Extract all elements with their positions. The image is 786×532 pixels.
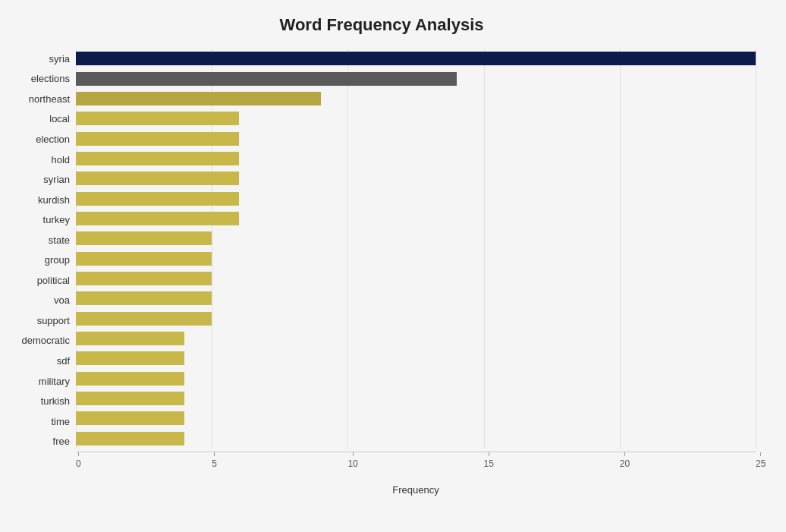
bar-row-northeast bbox=[76, 90, 756, 107]
bar-row-time bbox=[76, 410, 756, 427]
grid-line-5 bbox=[212, 49, 212, 449]
bar-row-elections bbox=[76, 71, 756, 87]
bar-row-kurdish bbox=[76, 190, 756, 207]
y-label-turkey: turkey bbox=[43, 210, 70, 230]
bar-syria bbox=[76, 52, 756, 65]
bar-free bbox=[76, 432, 184, 445]
y-label-democratic: democratic bbox=[21, 331, 70, 351]
y-label-turkish: turkish bbox=[41, 392, 70, 411]
y-label-local: local bbox=[49, 109, 70, 129]
x-tick-line-25 bbox=[760, 452, 761, 456]
x-tick-line-20 bbox=[624, 452, 625, 456]
y-label-support: support bbox=[37, 310, 70, 330]
x-tick-line-5 bbox=[214, 452, 215, 456]
x-tick-15: 15 bbox=[484, 452, 494, 469]
bar-group bbox=[76, 252, 212, 266]
y-label-syria: syria bbox=[49, 49, 70, 68]
x-tick-20: 20 bbox=[620, 452, 630, 469]
bar-row-turkey bbox=[76, 210, 756, 227]
y-label-kurdish: kurdish bbox=[38, 190, 70, 209]
bar-elections bbox=[76, 72, 457, 86]
x-axis-title: Frequency bbox=[76, 484, 756, 496]
bar-political bbox=[76, 272, 212, 285]
grid-line-15 bbox=[484, 49, 485, 449]
bar-democratic bbox=[76, 332, 184, 345]
x-tick-label-5: 5 bbox=[212, 458, 217, 469]
y-label-hold: hold bbox=[51, 150, 70, 169]
x-tick-label-15: 15 bbox=[484, 458, 494, 469]
bar-row-military bbox=[76, 370, 756, 387]
y-label-syrian: syrian bbox=[43, 170, 70, 190]
bars-wrapper bbox=[76, 49, 756, 449]
bar-turkey bbox=[76, 212, 239, 225]
bar-row-state bbox=[76, 230, 756, 247]
bar-hold bbox=[76, 152, 239, 165]
bar-row-free bbox=[76, 430, 756, 447]
chart-area: syriaelectionsnortheastlocalelectionhold… bbox=[8, 49, 756, 474]
bar-row-group bbox=[76, 250, 756, 267]
bar-row-election bbox=[76, 131, 756, 147]
bar-northeast bbox=[76, 92, 321, 105]
y-label-free: free bbox=[53, 432, 70, 452]
y-label-group: group bbox=[45, 250, 70, 270]
x-tick-label-20: 20 bbox=[620, 458, 630, 469]
y-labels: syriaelectionsnortheastlocalelectionhold… bbox=[8, 49, 76, 474]
bar-row-local bbox=[76, 110, 756, 127]
y-label-voa: voa bbox=[54, 291, 70, 310]
bar-voa bbox=[76, 291, 212, 305]
x-tick-line-15 bbox=[489, 452, 489, 456]
y-label-military: military bbox=[39, 371, 70, 391]
grid-line-10 bbox=[347, 49, 348, 449]
bar-row-hold bbox=[76, 150, 756, 167]
x-tick-5: 5 bbox=[212, 452, 217, 469]
x-tick-25: 25 bbox=[756, 452, 766, 469]
bar-row-sdf bbox=[76, 350, 756, 367]
chart-container: Word Frequency Analysis syriaelectionsno… bbox=[0, 0, 786, 532]
x-axis: Frequency 0510152025 bbox=[76, 452, 756, 474]
bar-time bbox=[76, 411, 184, 425]
x-tick-label-0: 0 bbox=[76, 458, 81, 469]
bar-row-political bbox=[76, 270, 756, 287]
y-label-time: time bbox=[51, 411, 70, 431]
x-tick-10: 10 bbox=[347, 452, 357, 469]
bar-election bbox=[76, 132, 239, 146]
bar-state bbox=[76, 231, 212, 245]
y-label-northeast: northeast bbox=[29, 89, 70, 109]
bar-row-democratic bbox=[76, 330, 756, 347]
y-label-elections: elections bbox=[31, 69, 70, 89]
y-label-political: political bbox=[37, 270, 70, 290]
bar-kurdish bbox=[76, 192, 239, 206]
grid-line-25 bbox=[756, 49, 756, 449]
bar-sdf bbox=[76, 351, 184, 365]
bar-row-voa bbox=[76, 290, 756, 307]
plot-area: Frequency 0510152025 bbox=[76, 49, 756, 474]
y-label-state: state bbox=[49, 230, 70, 250]
bar-local bbox=[76, 112, 239, 125]
x-tick-label-10: 10 bbox=[347, 458, 357, 469]
bar-row-support bbox=[76, 310, 756, 327]
bar-turkish bbox=[76, 392, 184, 405]
bar-row-turkish bbox=[76, 390, 756, 407]
x-tick-line-10 bbox=[353, 452, 354, 456]
bar-row-syria bbox=[76, 50, 756, 67]
chart-title: Word Frequency Analysis bbox=[8, 15, 756, 35]
bar-military bbox=[76, 372, 184, 386]
y-label-election: election bbox=[36, 129, 70, 149]
bar-support bbox=[76, 312, 212, 326]
x-tick-line-0 bbox=[78, 452, 79, 456]
y-label-sdf: sdf bbox=[57, 351, 70, 370]
x-tick-label-25: 25 bbox=[756, 458, 766, 469]
grid-line-20 bbox=[620, 49, 621, 449]
bar-syrian bbox=[76, 172, 239, 185]
bar-row-syrian bbox=[76, 170, 756, 187]
x-tick-0: 0 bbox=[76, 452, 81, 469]
grid-line-0 bbox=[76, 49, 77, 449]
